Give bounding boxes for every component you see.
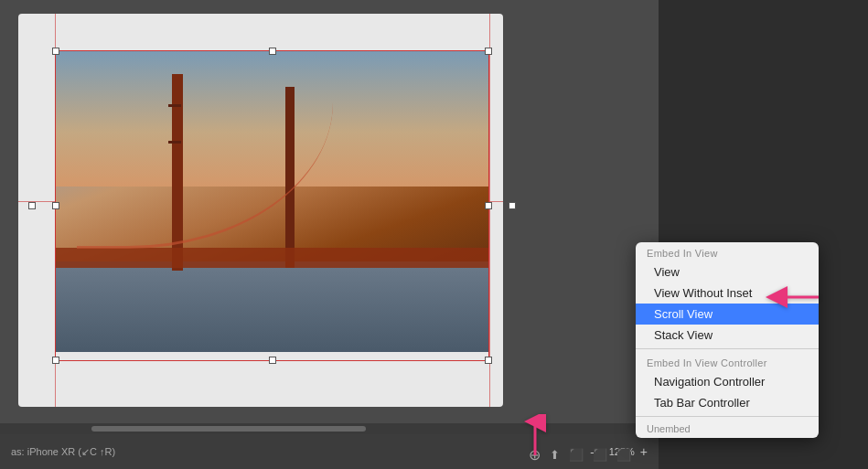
handle-outer-right[interactable] [509, 202, 516, 209]
arrow-scroll-view [764, 283, 828, 311]
menu-item-tab-bar-controller[interactable]: Tab Bar Controller [636, 392, 819, 413]
device-status-label: as: iPhone XR (↙C ↑R) [11, 446, 115, 458]
context-menu[interactable]: Embed In View View View Without Inset Sc… [636, 242, 819, 438]
menu-divider-2 [636, 416, 819, 417]
toolbar-icon-4[interactable]: ⬛ [593, 448, 607, 462]
menu-item-view[interactable]: View [636, 261, 819, 282]
menu-section-embed-vc-header: Embed In View Controller [636, 352, 819, 371]
handle-mid-right[interactable] [485, 202, 492, 209]
device-frame [18, 14, 503, 407]
menu-section-embed-view-header: Embed In View [636, 242, 819, 261]
scrollbar-thumb[interactable] [91, 426, 366, 432]
handle-bottom-center[interactable] [269, 357, 276, 364]
handle-bottom-left[interactable] [52, 357, 59, 364]
handle-top-right[interactable] [485, 48, 492, 55]
menu-divider-1 [636, 348, 819, 349]
toolbar-icon-5[interactable]: ⬛ [616, 448, 631, 462]
menu-item-stack-view[interactable]: Stack View [636, 325, 819, 346]
canvas-selection-border [55, 50, 489, 361]
guide-vertical-2 [489, 14, 490, 407]
handle-mid-left[interactable] [52, 202, 59, 209]
arrow-toolbar [498, 414, 572, 460]
handle-top-center[interactable] [269, 48, 276, 55]
menu-item-navigation-controller[interactable]: Navigation Controller [636, 371, 819, 392]
zoom-in-button[interactable]: + [640, 445, 648, 458]
handle-top-left[interactable] [52, 48, 59, 55]
handle-bottom-right[interactable] [485, 357, 492, 364]
canvas-area [0, 0, 659, 434]
handle-outer-left[interactable] [28, 202, 36, 209]
menu-section-unembed-header: Unembed [636, 420, 819, 438]
